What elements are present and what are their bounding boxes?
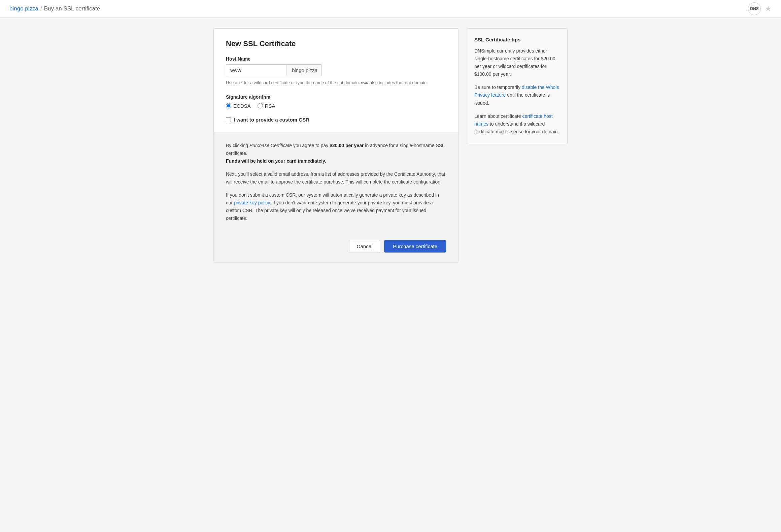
dns-badge[interactable]: DNS <box>748 2 761 15</box>
tips-para-2: Be sure to temporarily disable the Whois… <box>474 84 560 107</box>
page-content: New SSL Certificate Host Name .bingo.piz… <box>205 28 576 263</box>
breadcrumb-page-title: Buy an SSL certificate <box>44 5 100 12</box>
info-para-1: By clicking Purchase Certificate you agr… <box>226 142 446 165</box>
tips-box: SSL Certificate tips DNSimple currently … <box>467 28 568 144</box>
breadcrumb-separator: / <box>40 5 42 12</box>
info-para-3: If you don't submit a custom CSR, our sy… <box>226 191 446 222</box>
info-section: By clicking Purchase Certificate you agr… <box>214 132 458 232</box>
sig-algo-label: Signature algorithm <box>226 94 446 100</box>
custom-csr-checkbox[interactable] <box>226 117 231 122</box>
radio-ecdsa[interactable]: ECDSA <box>226 103 251 109</box>
info-para1-after-italic: you agree to pay <box>292 143 330 148</box>
tips-para-3: Learn about certificate certificate host… <box>474 112 560 136</box>
main-panel: New SSL Certificate Host Name .bingo.piz… <box>213 28 459 263</box>
custom-csr-checkbox-row[interactable]: I want to provide a custom CSR <box>226 117 446 123</box>
tips-para-1: DNSimple currently provides either singl… <box>474 47 560 78</box>
button-row: Cancel Purchase certificate <box>214 232 458 262</box>
radio-rsa[interactable]: RSA <box>258 103 275 109</box>
private-key-policy-link[interactable]: private key policy <box>234 200 270 205</box>
radio-rsa-input[interactable] <box>258 103 263 108</box>
radio-rsa-label: RSA <box>265 103 275 109</box>
host-name-row: .bingo.pizza <box>226 64 446 76</box>
host-hint-code: www <box>361 80 369 85</box>
host-name-label: Host Name <box>226 56 446 62</box>
custom-csr-label: I want to provide a custom CSR <box>234 117 309 123</box>
breadcrumb: bingo.pizza / Buy an SSL certificate <box>9 5 100 12</box>
sig-algo-radio-group: ECDSA RSA <box>226 103 446 109</box>
host-hint: Use an * for a wildcard certificate or t… <box>226 79 446 86</box>
info-para-2: Next, you'll select a valid email addres… <box>226 170 446 186</box>
side-panel: SSL Certificate tips DNSimple currently … <box>467 28 568 263</box>
radio-ecdsa-input[interactable] <box>226 103 231 108</box>
breadcrumb-domain-link[interactable]: bingo.pizza <box>9 5 38 12</box>
favorite-star-icon[interactable]: ★ <box>765 4 772 13</box>
funds-bold: Funds will be held on your card immediat… <box>226 158 326 164</box>
tips-title: SSL Certificate tips <box>474 37 560 42</box>
cancel-button[interactable]: Cancel <box>349 240 380 253</box>
purchase-certificate-button[interactable]: Purchase certificate <box>384 240 446 253</box>
form-section: New SSL Certificate Host Name .bingo.piz… <box>214 29 458 132</box>
purchase-cert-italic: Purchase Certificate <box>249 143 292 148</box>
top-bar-actions: DNS ★ <box>748 2 772 15</box>
tips-para3-before: Learn about certificate <box>474 113 522 119</box>
radio-ecdsa-label: ECDSA <box>233 103 251 109</box>
top-bar: bingo.pizza / Buy an SSL certificate DNS… <box>0 0 781 18</box>
form-title: New SSL Certificate <box>226 39 446 48</box>
domain-suffix: .bingo.pizza <box>286 64 322 76</box>
host-name-input[interactable] <box>226 64 286 76</box>
tips-para2-before: Be sure to temporarily <box>474 85 522 90</box>
info-amount: $20.00 per year <box>330 143 364 148</box>
